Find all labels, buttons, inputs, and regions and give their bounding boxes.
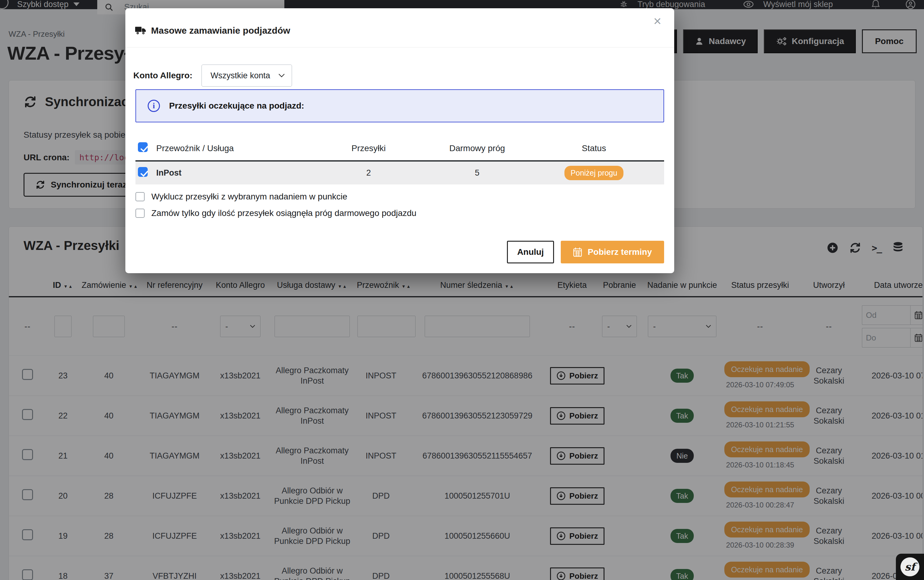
col-shipments: Przesyłki <box>307 136 431 161</box>
fetch-dates-button[interactable]: Pobierz terminy <box>561 241 664 264</box>
col-threshold: Darmowy próg <box>431 136 524 161</box>
modal-options: Wyklucz przesyłki z wybranym nadaniem w … <box>135 192 416 218</box>
modal-option-2: Zamów tylko gdy ilość przesyłek osiągnęł… <box>135 208 416 218</box>
account-filter: Konto Allegro: Wszystkie konta <box>133 64 292 87</box>
account-label: Konto Allegro: <box>133 71 192 81</box>
carrier-checkbox[interactable] <box>138 167 148 177</box>
threshold-status-badge: Poniżej progu <box>564 166 623 180</box>
carrier-row: InPost25Poniżej progu <box>135 161 664 185</box>
cancel-button[interactable]: Anuluj <box>507 241 554 264</box>
modal-title: Masowe zamawianie podjazdów <box>135 25 290 36</box>
symfony-toolbar-badge[interactable]: sf <box>896 554 924 580</box>
bulk-pickup-modal: Masowe zamawianie podjazdów × Konto Alle… <box>125 8 674 273</box>
account-select[interactable]: Wszystkie konta <box>202 64 292 87</box>
modal-header: Masowe zamawianie podjazdów × <box>125 8 674 48</box>
chevron-down-icon <box>278 73 285 78</box>
carriers-table: Przewoźnik / Usługa Przesyłki Darmowy pr… <box>135 136 664 185</box>
carrier-shipments: 2 <box>307 161 431 185</box>
modal-option-1: Wyklucz przesyłki z wybranym nadaniem w … <box>135 192 416 202</box>
carrier-name: InPost <box>154 161 307 185</box>
screen: Szybki dostęp Tryb debugowania Wyświetl … <box>0 0 924 580</box>
col-carrier: Przewoźnik / Usługa <box>154 136 307 161</box>
option-label: Zamów tylko gdy ilość przesyłek osiągnęł… <box>151 208 416 218</box>
calendar-icon <box>573 247 582 257</box>
option-checkbox[interactable] <box>135 192 145 201</box>
carriers-header-row: Przewoźnik / Usługa Przesyłki Darmowy pr… <box>135 136 664 161</box>
option-label: Wyklucz przesyłki z wybranym nadaniem w … <box>151 192 347 202</box>
select-all-checkbox[interactable] <box>138 142 148 152</box>
truck-icon <box>135 26 146 35</box>
symfony-logo: sf <box>901 557 919 576</box>
info-alert: i Przesyłki oczekujące na podjazd: <box>135 89 664 122</box>
close-icon[interactable]: × <box>653 14 661 28</box>
carrier-threshold: 5 <box>431 161 524 185</box>
info-icon: i <box>148 100 160 112</box>
modal-footer: Anuluj Pobierz terminy <box>507 241 664 264</box>
option-checkbox[interactable] <box>135 209 145 218</box>
info-text: Przesyłki oczekujące na podjazd: <box>169 101 304 111</box>
col-status: Status <box>524 136 664 161</box>
